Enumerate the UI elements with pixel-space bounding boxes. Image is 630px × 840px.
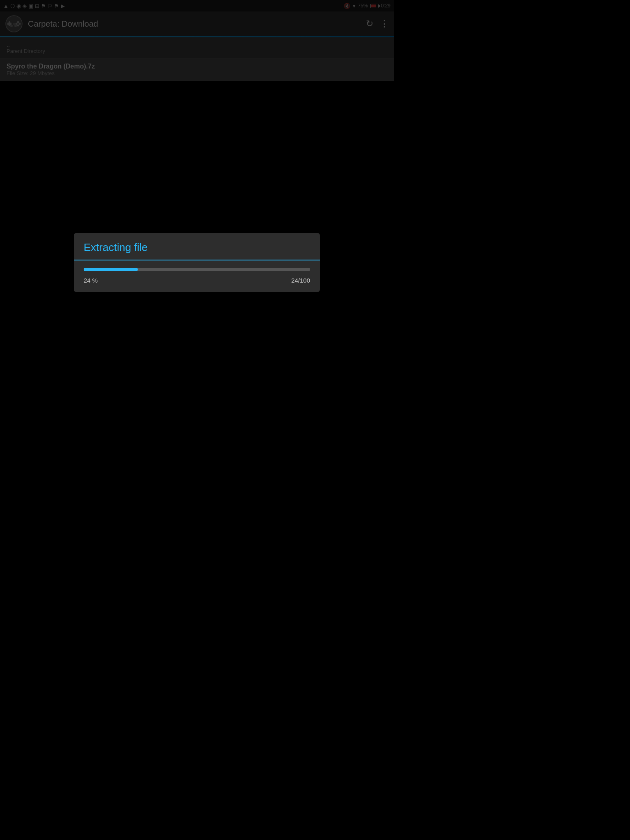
- progress-bar-fill: [84, 268, 138, 271]
- progress-percent: 24 %: [84, 277, 98, 284]
- overlay: Extracting file 24 % 24/100: [0, 0, 394, 525]
- progress-bar-track: [84, 268, 310, 271]
- dialog-title: Extracting file: [74, 233, 320, 260]
- progress-labels: 24 % 24/100: [84, 277, 310, 284]
- dialog-body: 24 % 24/100: [74, 260, 320, 292]
- extract-dialog: Extracting file 24 % 24/100: [74, 233, 320, 292]
- progress-count: 24/100: [291, 277, 310, 284]
